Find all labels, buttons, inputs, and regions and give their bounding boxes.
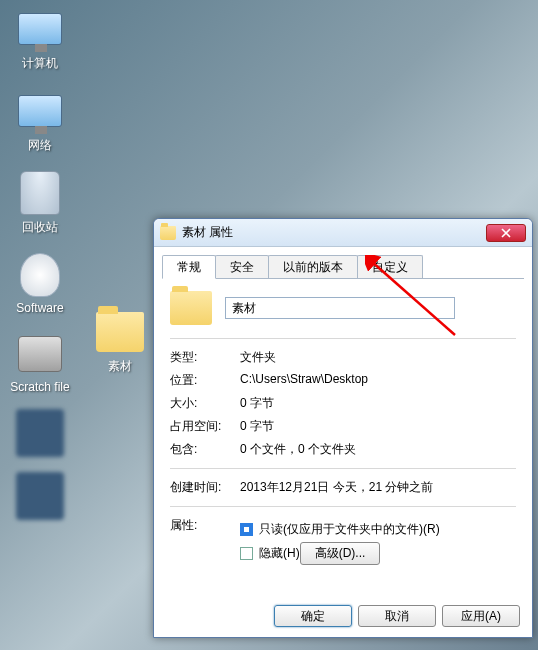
created-value: 2013年12月21日 今天，21 分钟之前 xyxy=(240,479,516,496)
close-button[interactable] xyxy=(486,224,526,242)
type-value: 文件夹 xyxy=(240,349,516,366)
size-value: 0 字节 xyxy=(240,395,516,412)
tab-previous-versions[interactable]: 以前的版本 xyxy=(268,255,358,278)
desktop-icon-scratch[interactable]: Scratch file xyxy=(10,330,70,394)
readonly-checkbox[interactable] xyxy=(240,523,253,536)
desktop-icon-software[interactable]: Software xyxy=(10,251,70,315)
type-label: 类型: xyxy=(170,349,240,366)
readonly-label: 只读(仅应用于文件夹中的文件)(R) xyxy=(259,521,440,538)
location-label: 位置: xyxy=(170,372,240,389)
ondisk-label: 占用空间: xyxy=(170,418,240,435)
ondisk-value: 0 字节 xyxy=(240,418,516,435)
icon-label: Software xyxy=(16,301,63,315)
cancel-button[interactable]: 取消 xyxy=(358,605,436,627)
tab-general[interactable]: 常规 xyxy=(162,255,216,279)
attributes-label: 属性: xyxy=(170,517,240,569)
divider xyxy=(170,338,516,339)
monitor-icon xyxy=(16,5,64,53)
bin-icon xyxy=(16,169,64,217)
drive-icon xyxy=(16,330,64,378)
desktop-icons-col1: 计算机 网络 回收站 Software Scratch file xyxy=(10,5,70,520)
tab-security[interactable]: 安全 xyxy=(215,255,269,278)
close-icon xyxy=(501,228,511,238)
desktop-icon-network[interactable]: 网络 xyxy=(10,87,70,154)
divider xyxy=(170,506,516,507)
icon-label: 计算机 xyxy=(22,55,58,72)
hidden-checkbox[interactable] xyxy=(240,547,253,560)
divider xyxy=(170,468,516,469)
desktop-icon-computer[interactable]: 计算机 xyxy=(10,5,70,72)
size-label: 大小: xyxy=(170,395,240,412)
contains-value: 0 个文件，0 个文件夹 xyxy=(240,441,516,458)
hidden-label: 隐藏(H) xyxy=(259,545,300,562)
icon-label: Scratch file xyxy=(10,380,69,394)
robot-icon xyxy=(16,251,64,299)
advanced-button[interactable]: 高级(D)... xyxy=(300,542,381,565)
icon-label: 回收站 xyxy=(22,219,58,236)
desktop-icon-recyclebin[interactable]: 回收站 xyxy=(10,169,70,236)
created-label: 创建时间: xyxy=(170,479,240,496)
desktop-icon-blurred[interactable] xyxy=(10,409,70,457)
tab-customize[interactable]: 自定义 xyxy=(357,255,423,278)
monitor-icon xyxy=(16,87,64,135)
desktop-icons-col2: 素材 xyxy=(90,308,150,375)
contains-label: 包含: xyxy=(170,441,240,458)
blurred-icon xyxy=(16,409,64,457)
folder-icon xyxy=(160,226,176,240)
ok-button[interactable]: 确定 xyxy=(274,605,352,627)
icon-label: 网络 xyxy=(28,137,52,154)
folder-icon xyxy=(96,308,144,356)
blurred-icon xyxy=(16,472,64,520)
folder-icon xyxy=(170,291,212,325)
dialog-title: 素材 属性 xyxy=(182,224,486,241)
desktop-icon-blurred[interactable] xyxy=(10,472,70,520)
properties-dialog: 素材 属性 常规 安全 以前的版本 自定义 类型:文件夹 位置:C:\Users… xyxy=(153,218,533,638)
dialog-buttons: 确定 取消 应用(A) xyxy=(274,605,520,627)
titlebar[interactable]: 素材 属性 xyxy=(154,219,532,247)
desktop-icon-folder[interactable]: 素材 xyxy=(90,308,150,375)
icon-label: 素材 xyxy=(108,358,132,375)
location-value: C:\Users\Straw\Desktop xyxy=(240,372,516,389)
tabstrip: 常规 安全 以前的版本 自定义 xyxy=(162,255,524,279)
folder-name-input[interactable] xyxy=(225,297,455,319)
apply-button[interactable]: 应用(A) xyxy=(442,605,520,627)
tab-body: 类型:文件夹 位置:C:\Users\Straw\Desktop 大小:0 字节… xyxy=(154,279,532,583)
